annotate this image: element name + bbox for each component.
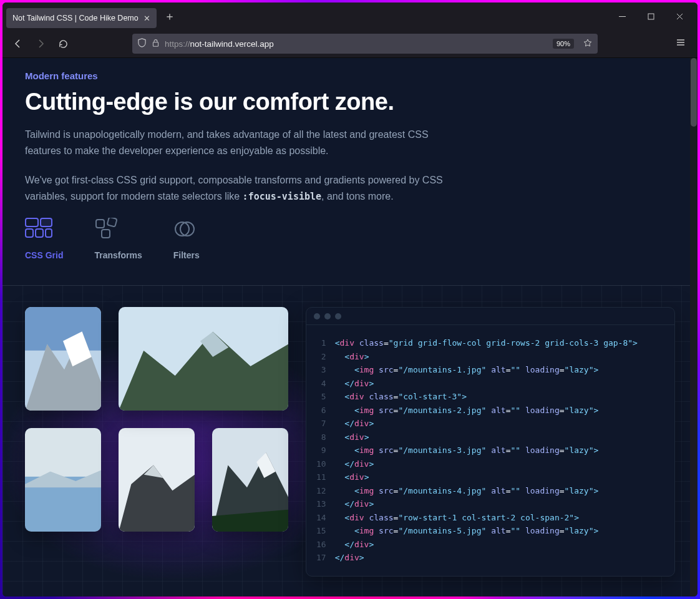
line-numbers: 1234567891011121314151617: [306, 336, 335, 565]
tab-title: Not Tailwind CSS | Code Hike Demo: [12, 14, 139, 22]
maximize-button[interactable]: [636, 5, 665, 27]
traffic-dot: [314, 313, 320, 319]
url-text: https://not-tailwind.vercel.app: [165, 39, 274, 49]
svg-rect-4: [26, 229, 33, 237]
forward-button[interactable]: [31, 34, 50, 53]
tab-filters[interactable]: Filters: [173, 218, 201, 260]
svg-rect-9: [102, 230, 110, 238]
grid-tile-2: [212, 428, 288, 532]
feature-tabs: CSS Grid Transforms: [25, 218, 660, 260]
tab-css-grid[interactable]: CSS Grid: [25, 218, 63, 260]
page-headline: Cutting-edge is our comfort zone.: [25, 89, 660, 115]
svg-rect-0: [648, 14, 654, 19]
svg-rect-5: [36, 229, 43, 237]
app-menu-button[interactable]: [670, 37, 691, 50]
window-controls: [608, 5, 694, 27]
intro-paragraph-1: Tailwind is unapologetically modern, and…: [25, 127, 462, 158]
tab-label: CSS Grid: [25, 250, 63, 260]
svg-rect-17: [25, 428, 101, 478]
shield-icon[interactable]: [137, 38, 147, 49]
svg-rect-2: [26, 218, 38, 226]
grid-icon: [25, 218, 52, 240]
hero-section: Modern features Cutting-edge is our comf…: [2, 58, 683, 260]
bookmark-star-icon[interactable]: [583, 38, 593, 50]
code-window-header: [306, 308, 674, 325]
svg-rect-7: [96, 220, 104, 228]
scrollbar-thumb[interactable]: [691, 58, 697, 127]
code-inline: :focus-visible: [243, 191, 321, 202]
tab-label: Transforms: [94, 250, 142, 260]
transforms-icon: [94, 218, 122, 240]
grid-preview: [25, 307, 288, 577]
traffic-dot: [324, 313, 331, 319]
eyebrow: Modern features: [25, 71, 660, 81]
traffic-dot: [335, 313, 341, 319]
grid-tile-3: [25, 428, 101, 532]
tab-label: Filters: [173, 250, 200, 260]
svg-rect-1: [153, 42, 158, 47]
close-window-button[interactable]: [665, 5, 694, 27]
code-content: <div class="grid grid-flow-col grid-rows…: [335, 336, 638, 565]
demo-area: 1234567891011121314151617 <div class="gr…: [2, 285, 698, 597]
scrollbar-track[interactable]: [690, 58, 698, 597]
browser-window: Not Tailwind CSS | Code Hike Demo ✕ ＋: [2, 2, 698, 597]
new-tab-button[interactable]: ＋: [160, 9, 179, 24]
svg-rect-13: [25, 307, 101, 351]
address-bar[interactable]: https://not-tailwind.vercel.app 90%: [132, 34, 598, 54]
tab-transforms[interactable]: Transforms: [94, 218, 142, 260]
grid-tile-5: [119, 307, 288, 411]
lock-icon[interactable]: [152, 39, 160, 49]
close-tab-icon[interactable]: ✕: [143, 14, 150, 23]
grid-tile-1: [25, 307, 101, 411]
page-viewport: Modern features Cutting-edge is our comf…: [2, 58, 698, 597]
back-button[interactable]: [9, 34, 27, 53]
tab-bar: Not Tailwind CSS | Code Hike Demo ✕ ＋: [2, 2, 698, 30]
code-window: 1234567891011121314151617 <div class="gr…: [306, 307, 675, 577]
browser-tab[interactable]: Not Tailwind CSS | Code Hike Demo ✕: [6, 8, 157, 28]
browser-toolbar: https://not-tailwind.vercel.app 90%: [2, 30, 698, 58]
filters-icon: [173, 218, 201, 240]
minimize-button[interactable]: [608, 5, 636, 27]
code-body[interactable]: 1234567891011121314151617 <div class="gr…: [306, 325, 674, 571]
svg-rect-8: [107, 218, 117, 227]
reload-button[interactable]: [54, 34, 72, 53]
zoom-badge[interactable]: 90%: [553, 39, 574, 49]
intro-paragraph-2: We've got first-class CSS grid support, …: [25, 172, 462, 204]
svg-rect-3: [41, 218, 52, 226]
svg-rect-6: [46, 229, 52, 237]
grid-tile-4: [119, 428, 195, 532]
